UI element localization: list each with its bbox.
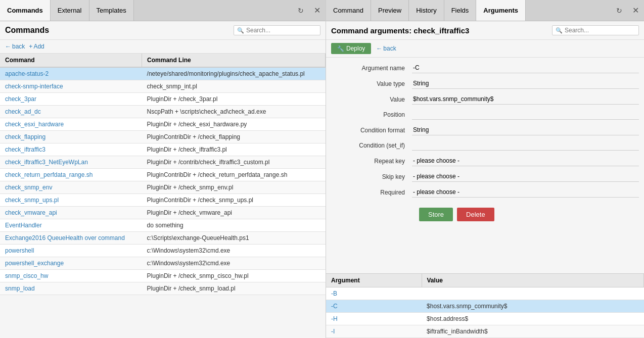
form-value[interactable]: - please choose -: [412, 171, 639, 182]
bottom-table-row[interactable]: -B: [326, 287, 644, 300]
back-button[interactable]: back: [5, 43, 25, 50]
table-row[interactable]: EventHandlerdo something: [0, 219, 326, 232]
command-line: PluginContribDir + /check_flapping: [142, 131, 326, 143]
command-line: PluginDir + /check_snmp_cisco_hw.pl: [142, 270, 326, 282]
refresh-icon[interactable]: ↻: [293, 7, 309, 15]
form-label: Required: [331, 189, 412, 196]
argument-name: -C: [326, 300, 422, 313]
argument-value: [422, 287, 643, 300]
command-name: check_snmp_ups.pl: [0, 194, 142, 207]
command-line: c:\Windows\system32\cmd.exe: [142, 245, 326, 257]
table-row[interactable]: check_3parPluginDir + /check_3par.pl: [0, 93, 326, 106]
right-panel: Command Preview History Fields Arguments…: [326, 0, 644, 338]
form-value[interactable]: String: [412, 78, 639, 89]
form-label: Skip key: [331, 173, 412, 180]
tab-history[interactable]: History: [409, 0, 444, 21]
table-row[interactable]: snmp_cisco_hwPluginDir + /check_snmp_cis…: [0, 270, 326, 282]
table-row[interactable]: check_flappingPluginContribDir + /check_…: [0, 131, 326, 143]
table-row[interactable]: check-snmp-interfacecheck_snmp_int.pl: [0, 80, 326, 93]
form-value[interactable]: $host.vars.snmp_community$: [412, 94, 639, 105]
table-row[interactable]: check_vmware_apiPluginDir + /check_vmwar…: [0, 207, 326, 219]
bottom-table-row[interactable]: -I$iftraffic_inBandwidth$: [326, 325, 644, 338]
command-name: check_esxi_hardware: [0, 118, 142, 131]
command-line: NscpPath + \scripts\check_ad\check_ad.ex…: [142, 106, 326, 118]
command-name: Exchange2016 QueueHealth over command: [0, 232, 142, 245]
command-name: check_snmp_env: [0, 181, 142, 194]
right-search-box[interactable]: 🔍: [552, 25, 639, 35]
form-label: Argument name: [331, 65, 412, 72]
form-row: Value type String: [331, 78, 639, 89]
deploy-button[interactable]: Deploy: [331, 43, 371, 54]
table-row[interactable]: check_esxi_hardwarePluginDir + /check_es…: [0, 118, 326, 131]
argument-name: -H: [326, 313, 422, 325]
right-back-button[interactable]: back: [376, 45, 396, 52]
tab-command[interactable]: Command: [326, 0, 371, 21]
table-row[interactable]: snmp_loadPluginDir + /check_snmp_load.pl: [0, 282, 326, 295]
table-row[interactable]: Exchange2016 QueueHealth over commandc:\…: [0, 232, 326, 245]
add-button[interactable]: Add: [29, 43, 44, 50]
table-row[interactable]: powershell_exchangec:\Windows\system32\c…: [0, 257, 326, 270]
command-line: PluginContribDir + /check_snmp_ups.pl: [142, 194, 326, 207]
argument-value: $iftraffic_inBandwidth$: [422, 325, 643, 338]
form-value[interactable]: [412, 110, 639, 120]
command-name: check_return_perfdata_range.sh: [0, 169, 142, 181]
command-line: PluginDir + /check_snmp_env.pl: [142, 181, 326, 194]
form-label: Condition format: [331, 127, 412, 134]
right-toolbar: Deploy back: [326, 40, 644, 58]
arguments-bottom-table: Argument Value -B-C$host.vars.snmp_commu…: [326, 274, 644, 338]
tab-preview[interactable]: Preview: [371, 0, 409, 21]
store-button[interactable]: Store: [419, 208, 453, 221]
table-row[interactable]: check_snmp_ups.plPluginContribDir + /che…: [0, 194, 326, 207]
tab-commands[interactable]: Commands: [0, 0, 51, 21]
table-row[interactable]: apache-status-2/neteye/shared/monitoring…: [0, 67, 326, 80]
command-line: do something: [142, 219, 326, 232]
command-line: PluginDir + /check_snmp_load.pl: [142, 282, 326, 295]
table-row[interactable]: check_snmp_envPluginDir + /check_snmp_en…: [0, 181, 326, 194]
form-row: Repeat key - please choose -: [331, 156, 639, 166]
command-name: check_3par: [0, 93, 142, 106]
command-name: powershell: [0, 245, 142, 257]
command-name: check_iftraffic3_NetEyeWpLan: [0, 156, 142, 169]
left-panel-header: Commands 🔍: [0, 21, 326, 40]
left-search-input[interactable]: [246, 27, 317, 34]
form-value[interactable]: - please choose -: [412, 187, 639, 198]
delete-button[interactable]: Delete: [457, 208, 494, 221]
command-line: /neteye/shared/monitoring/plugins/check_…: [142, 67, 326, 80]
right-search-input[interactable]: [565, 27, 635, 34]
table-row[interactable]: check_iftraffic3PluginDir + /check_iftra…: [0, 143, 326, 156]
right-close-icon[interactable]: ✕: [627, 6, 644, 15]
left-search-box[interactable]: 🔍: [234, 25, 320, 35]
argument-name: -B: [326, 287, 422, 300]
bottom-table-row[interactable]: -H$host.address$: [326, 313, 644, 325]
argument-name: -I: [326, 325, 422, 338]
argument-value: $host.address$: [422, 313, 643, 325]
close-left-panel-icon[interactable]: ✕: [309, 6, 326, 15]
tab-fields[interactable]: Fields: [444, 0, 477, 21]
right-tab-bar: Command Preview History Fields Arguments…: [326, 0, 644, 21]
tab-external[interactable]: External: [51, 0, 89, 21]
right-search-icon: 🔍: [556, 27, 563, 34]
form-row: Condition (set_if): [331, 140, 639, 151]
form-row: Skip key - please choose -: [331, 171, 639, 182]
table-row[interactable]: check_ad_dcNscpPath + \scripts\check_ad\…: [0, 106, 326, 118]
form-value[interactable]: - please choose -: [412, 156, 639, 166]
bottom-table-row[interactable]: -C$host.vars.snmp_community$: [326, 300, 644, 313]
form-value[interactable]: String: [412, 125, 639, 135]
tab-templates[interactable]: Templates: [89, 0, 134, 21]
tab-arguments[interactable]: Arguments: [476, 0, 526, 21]
command-name: check_flapping: [0, 131, 142, 143]
commands-table-container: Command Command Line apache-status-2/net…: [0, 54, 326, 338]
right-panel-title: Command arguments: check_iftraffic3: [331, 26, 469, 35]
command-line: c:\Windows\system32\cmd.exe: [142, 257, 326, 270]
right-refresh-icon[interactable]: ↻: [611, 7, 627, 15]
arguments-form: Argument name -C Value type String Value…: [326, 58, 644, 273]
form-value[interactable]: -C: [412, 63, 639, 73]
right-panel-header: Command arguments: check_iftraffic3 🔍: [326, 21, 644, 40]
table-row[interactable]: powershellc:\Windows\system32\cmd.exe: [0, 245, 326, 257]
col-command: Command: [0, 54, 142, 67]
command-line: check_snmp_int.pl: [142, 80, 326, 93]
form-value[interactable]: [412, 140, 639, 151]
table-row[interactable]: check_return_perfdata_range.shPluginCont…: [0, 169, 326, 181]
table-row[interactable]: check_iftraffic3_NetEyeWpLanPluginDir + …: [0, 156, 326, 169]
command-line: c:\Scripts\exchange-QueueHealth.ps1: [142, 232, 326, 245]
